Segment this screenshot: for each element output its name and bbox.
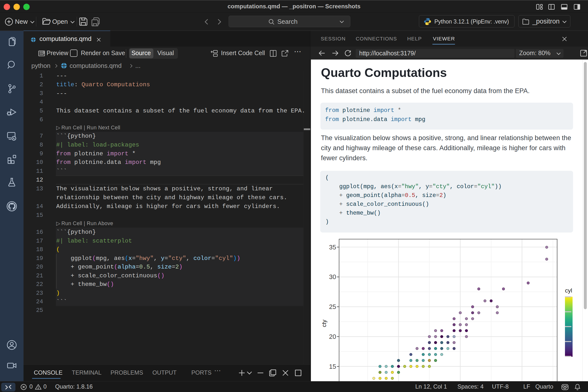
svg-text:25: 25: [329, 303, 336, 310]
svg-text:cty: cty: [321, 320, 327, 327]
svg-text:15: 15: [329, 363, 336, 370]
svg-text:30: 30: [329, 273, 336, 280]
svg-text:cyl: cyl: [565, 287, 572, 294]
svg-text:20: 20: [329, 333, 336, 340]
svg-text:35: 35: [329, 244, 336, 251]
